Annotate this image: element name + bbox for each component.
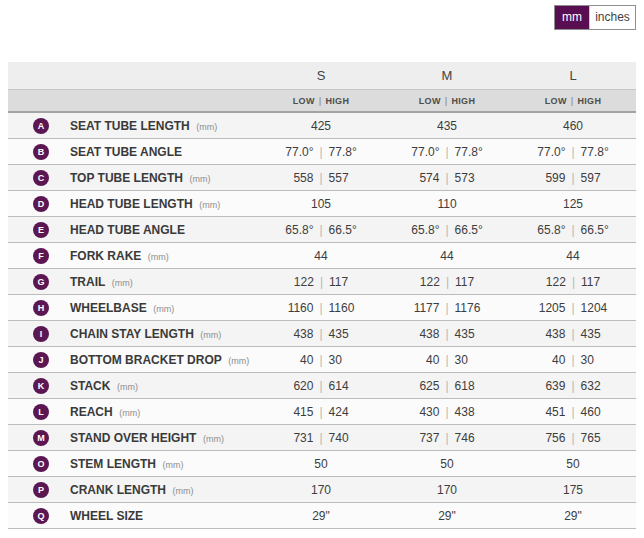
table-row: I CHAIN STAY LENGTH (mm) 438|435 438|435… [8,321,636,347]
value-separator: | [571,379,574,393]
row-label-text: TRAIL [70,275,105,289]
value-separator: | [319,145,322,159]
value-separator: | [445,431,448,445]
row-letter-badge: B [33,144,49,160]
row-label-cell: D HEAD TUBE LENGTH (mm) [8,196,258,212]
table-row: G TRAIL (mm) 122|117 122|117 122|117 [8,269,636,295]
row-unit: (mm) [170,486,194,496]
table-row: O STEM LENGTH (mm) 50 50 50 [8,451,636,477]
value-cell: 415|424 [258,405,384,419]
row-label: CHAIN STAY LENGTH (mm) [70,327,221,341]
high-value: 618 [455,379,475,393]
high-value: 614 [329,379,349,393]
value-separator: | [571,301,574,315]
low-value: 77.0° [537,145,565,159]
row-unit: (mm) [151,304,175,314]
row-label-cell: M STAND OVER HEIGHT (mm) [8,430,258,446]
unit-toggle: mm inches [554,5,636,30]
row-unit: (mm) [197,200,221,210]
high-value: 597 [581,171,601,185]
low-value: 430 [419,405,439,419]
value-cell: 29" [510,509,636,523]
row-unit: (mm) [145,252,169,262]
high-value: 66.5° [329,223,357,237]
row-label-text: WHEEL SIZE [70,509,143,523]
low-value: 574 [419,171,439,185]
high-value: 573 [455,171,475,185]
row-unit: (mm) [198,330,222,340]
row-unit: (mm) [200,434,224,444]
value-cell: 1205|1204 [510,301,636,315]
value-separator: | [319,301,322,315]
low-value: 77.0° [285,145,313,159]
row-label-text: REACH [70,405,113,419]
row-label-cell: P CRANK LENGTH (mm) [8,482,258,498]
row-letter-badge: J [33,352,49,368]
value-cell: 125 [510,197,636,211]
table-row: D HEAD TUBE LENGTH (mm) 105 110 125 [8,191,636,217]
table-row: H WHEELBASE (mm) 1160|1160 1177|1176 120… [8,295,636,321]
value-separator: | [445,405,448,419]
toggle-inches-button[interactable]: inches [589,6,635,29]
low-value: 122 [294,275,314,289]
value-cell: 639|632 [510,379,636,393]
low-value: 40 [552,353,565,367]
high-value: 30 [455,353,468,367]
low-value: 737 [419,431,439,445]
low-value: 122 [420,275,440,289]
high-value: 66.5° [581,223,609,237]
table-row: L REACH (mm) 415|424 430|438 451|460 [8,399,636,425]
value-cell: 50 [510,457,636,471]
value-cell: 558|557 [258,171,384,185]
value-separator: | [571,353,574,367]
value-cell: 460 [510,119,636,133]
table-row: B SEAT TUBE ANGLE 77.0°|77.8° 77.0°|77.8… [8,139,636,165]
row-label-cell: Q WHEEL SIZE [8,508,258,524]
value-cell: 40|30 [384,353,510,367]
row-label-text: STEM LENGTH [70,457,156,471]
low-high-header-m: LOW|HIGH [384,96,510,106]
low-value: 1205 [539,301,566,315]
value-separator: | [319,171,322,185]
table-row: K STACK (mm) 620|614 625|618 639|632 [8,373,636,399]
high-value: 460 [581,405,601,419]
low-high-separator: | [445,96,448,106]
high-value: 424 [329,405,349,419]
high-value: 117 [581,275,600,289]
row-label-text: SEAT TUBE LENGTH [70,119,190,133]
low-value: 77.0° [411,145,439,159]
value-separator: | [445,223,448,237]
row-label: TRAIL (mm) [70,275,133,289]
value-separator: | [320,275,323,289]
high-value: 30 [329,353,342,367]
table-row: E HEAD TUBE ANGLE 65.8°|66.5° 65.8°|66.5… [8,217,636,243]
value-separator: | [319,353,322,367]
value-separator: | [571,327,574,341]
row-unit: (mm) [226,356,250,366]
row-unit: (mm) [109,278,133,288]
value-cell: 620|614 [258,379,384,393]
high-label: HIGH [452,96,476,106]
row-label: FORK RAKE (mm) [70,249,169,263]
value-cell: 430|438 [384,405,510,419]
row-label-cell: F FORK RAKE (mm) [8,248,258,264]
value-cell: 44 [510,249,636,263]
low-label: LOW [293,96,315,106]
row-letter-badge: A [33,118,49,134]
row-label: REACH (mm) [70,405,140,419]
row-letter-badge: H [33,300,49,316]
value-separator: | [445,171,448,185]
row-label-text: TOP TUBE LENGTH [70,171,183,185]
value-separator: | [445,145,448,159]
toggle-mm-button[interactable]: mm [555,6,589,29]
value-cell: 65.8°|66.5° [258,223,384,237]
value-cell: 175 [510,483,636,497]
value-separator: | [445,379,448,393]
row-label-text: SEAT TUBE ANGLE [70,145,182,159]
row-label-text: CRANK LENGTH [70,483,166,497]
value-separator: | [446,275,449,289]
low-high-header-l: LOW|HIGH [510,96,636,106]
row-letter-badge: F [33,248,49,264]
low-label: LOW [545,96,567,106]
value-cell: 625|618 [384,379,510,393]
